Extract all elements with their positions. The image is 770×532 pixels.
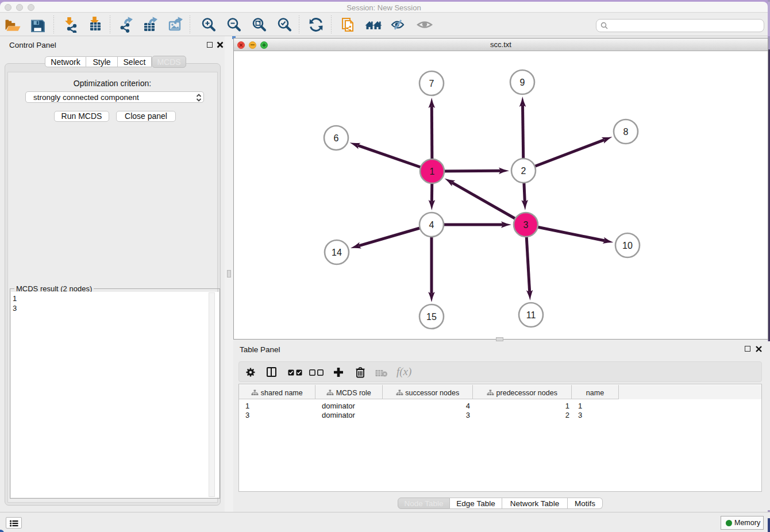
svg-text:4: 4	[429, 220, 434, 230]
svg-text:1: 1	[430, 167, 435, 176]
svg-text:6: 6	[334, 133, 339, 143]
svg-text:7: 7	[429, 79, 434, 88]
svg-text:10: 10	[622, 241, 633, 250]
svg-text:2: 2	[521, 166, 526, 176]
svg-text:3: 3	[523, 220, 529, 230]
svg-text:9: 9	[520, 78, 525, 87]
svg-text:15: 15	[426, 312, 437, 322]
svg-text:14: 14	[332, 248, 342, 257]
svg-text:11: 11	[526, 310, 536, 320]
svg-text:8: 8	[623, 127, 629, 137]
